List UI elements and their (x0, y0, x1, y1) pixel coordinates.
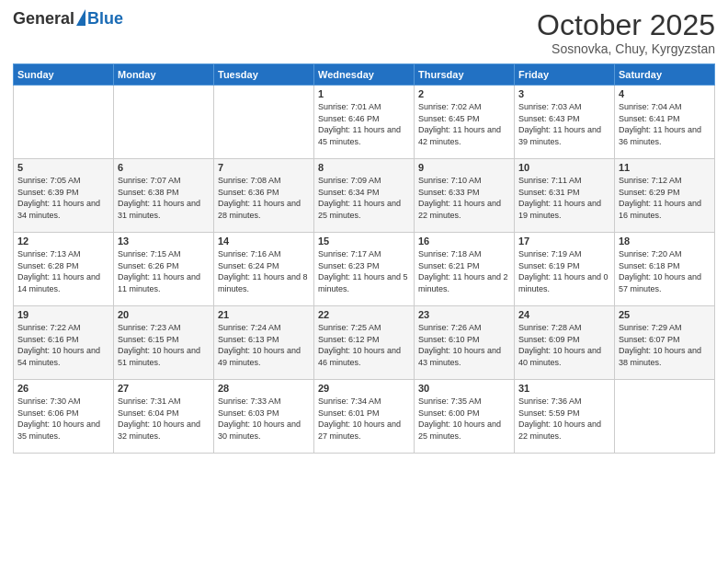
day-number: 23 (418, 309, 510, 320)
day-info: Sunrise: 7:33 AMSunset: 6:03 PMDaylight:… (218, 396, 310, 442)
day-info: Sunrise: 7:05 AMSunset: 6:39 PMDaylight:… (17, 175, 109, 221)
day-info: Sunrise: 7:36 AMSunset: 5:59 PMDaylight:… (518, 396, 610, 442)
calendar-cell: 13Sunrise: 7:15 AMSunset: 6:26 PMDayligh… (114, 233, 214, 306)
day-number: 9 (418, 162, 510, 173)
calendar-cell: 10Sunrise: 7:11 AMSunset: 6:31 PMDayligh… (515, 159, 615, 233)
calendar-cell: 11Sunrise: 7:12 AMSunset: 6:29 PMDayligh… (615, 159, 715, 233)
weekday-header-monday: Monday (114, 64, 214, 86)
calendar-cell: 30Sunrise: 7:35 AMSunset: 6:00 PMDayligh… (415, 380, 515, 454)
day-info: Sunrise: 7:35 AMSunset: 6:00 PMDaylight:… (418, 396, 510, 442)
day-info: Sunrise: 7:04 AMSunset: 6:41 PMDaylight:… (619, 101, 711, 147)
day-number: 26 (17, 383, 109, 394)
day-number: 31 (518, 383, 610, 394)
weekday-header-tuesday: Tuesday (214, 64, 314, 86)
day-info: Sunrise: 7:12 AMSunset: 6:29 PMDaylight:… (619, 175, 711, 221)
calendar-week-row: 5Sunrise: 7:05 AMSunset: 6:39 PMDaylight… (14, 159, 715, 233)
day-number: 13 (118, 236, 210, 247)
day-number: 16 (418, 236, 510, 247)
calendar-cell: 17Sunrise: 7:19 AMSunset: 6:19 PMDayligh… (515, 233, 615, 306)
weekday-header-saturday: Saturday (615, 64, 715, 86)
day-number: 15 (318, 236, 410, 247)
calendar-cell: 19Sunrise: 7:22 AMSunset: 6:16 PMDayligh… (14, 306, 114, 380)
calendar-cell (14, 86, 114, 159)
day-info: Sunrise: 7:02 AMSunset: 6:45 PMDaylight:… (418, 101, 510, 147)
day-info: Sunrise: 7:23 AMSunset: 6:15 PMDaylight:… (118, 322, 210, 368)
day-number: 21 (218, 309, 310, 320)
header: General Blue October 2025 Sosnovka, Chuy… (13, 9, 715, 56)
day-number: 25 (619, 309, 711, 320)
calendar-cell: 6Sunrise: 7:07 AMSunset: 6:38 PMDaylight… (114, 159, 214, 233)
day-info: Sunrise: 7:18 AMSunset: 6:21 PMDaylight:… (418, 248, 510, 294)
calendar-cell: 12Sunrise: 7:13 AMSunset: 6:28 PMDayligh… (14, 233, 114, 306)
calendar-cell: 31Sunrise: 7:36 AMSunset: 5:59 PMDayligh… (515, 380, 615, 454)
day-info: Sunrise: 7:15 AMSunset: 6:26 PMDaylight:… (118, 248, 210, 294)
day-info: Sunrise: 7:25 AMSunset: 6:12 PMDaylight:… (318, 322, 410, 368)
calendar-cell: 1Sunrise: 7:01 AMSunset: 6:46 PMDaylight… (314, 86, 415, 159)
calendar-cell: 20Sunrise: 7:23 AMSunset: 6:15 PMDayligh… (114, 306, 214, 380)
calendar-cell: 18Sunrise: 7:20 AMSunset: 6:18 PMDayligh… (615, 233, 715, 306)
day-number: 8 (318, 162, 410, 173)
day-number: 17 (518, 236, 610, 247)
day-info: Sunrise: 7:19 AMSunset: 6:19 PMDaylight:… (518, 248, 610, 294)
day-info: Sunrise: 7:24 AMSunset: 6:13 PMDaylight:… (218, 322, 310, 368)
weekday-header-sunday: Sunday (14, 64, 114, 86)
day-number: 6 (118, 162, 210, 173)
calendar-cell: 25Sunrise: 7:29 AMSunset: 6:07 PMDayligh… (615, 306, 715, 380)
calendar-cell: 21Sunrise: 7:24 AMSunset: 6:13 PMDayligh… (214, 306, 314, 380)
day-info: Sunrise: 7:20 AMSunset: 6:18 PMDaylight:… (619, 248, 711, 294)
calendar-cell (214, 86, 314, 159)
calendar-cell: 14Sunrise: 7:16 AMSunset: 6:24 PMDayligh… (214, 233, 314, 306)
weekday-header-friday: Friday (515, 64, 615, 86)
calendar-cell: 5Sunrise: 7:05 AMSunset: 6:39 PMDaylight… (14, 159, 114, 233)
day-info: Sunrise: 7:31 AMSunset: 6:04 PMDaylight:… (118, 396, 210, 442)
calendar-cell (114, 86, 214, 159)
calendar-cell: 4Sunrise: 7:04 AMSunset: 6:41 PMDaylight… (615, 86, 715, 159)
calendar-cell: 9Sunrise: 7:10 AMSunset: 6:33 PMDaylight… (415, 159, 515, 233)
calendar-cell: 2Sunrise: 7:02 AMSunset: 6:45 PMDaylight… (415, 86, 515, 159)
calendar-week-row: 1Sunrise: 7:01 AMSunset: 6:46 PMDaylight… (14, 86, 715, 159)
calendar-page: General Blue October 2025 Sosnovka, Chuy… (0, 0, 728, 563)
calendar-cell: 15Sunrise: 7:17 AMSunset: 6:23 PMDayligh… (314, 233, 415, 306)
logo-blue-text: Blue (87, 9, 123, 29)
header-right: October 2025 Sosnovka, Chuy, Kyrgyzstan (537, 9, 715, 56)
day-number: 12 (17, 236, 109, 247)
calendar-week-row: 19Sunrise: 7:22 AMSunset: 6:16 PMDayligh… (14, 306, 715, 380)
day-number: 22 (318, 309, 410, 320)
day-info: Sunrise: 7:30 AMSunset: 6:06 PMDaylight:… (17, 396, 109, 442)
calendar-cell: 29Sunrise: 7:34 AMSunset: 6:01 PMDayligh… (314, 380, 415, 454)
day-info: Sunrise: 7:10 AMSunset: 6:33 PMDaylight:… (418, 175, 510, 221)
calendar-cell: 24Sunrise: 7:28 AMSunset: 6:09 PMDayligh… (515, 306, 615, 380)
day-number: 20 (118, 309, 210, 320)
day-number: 28 (218, 383, 310, 394)
day-number: 29 (318, 383, 410, 394)
day-number: 5 (17, 162, 109, 173)
day-number: 7 (218, 162, 310, 173)
calendar-cell: 23Sunrise: 7:26 AMSunset: 6:10 PMDayligh… (415, 306, 515, 380)
day-number: 14 (218, 236, 310, 247)
day-info: Sunrise: 7:11 AMSunset: 6:31 PMDaylight:… (518, 175, 610, 221)
weekday-header-thursday: Thursday (415, 64, 515, 86)
day-number: 4 (619, 88, 711, 99)
day-number: 30 (418, 383, 510, 394)
day-info: Sunrise: 7:07 AMSunset: 6:38 PMDaylight:… (118, 175, 210, 221)
calendar-cell: 28Sunrise: 7:33 AMSunset: 6:03 PMDayligh… (214, 380, 314, 454)
day-number: 27 (118, 383, 210, 394)
day-info: Sunrise: 7:13 AMSunset: 6:28 PMDaylight:… (17, 248, 109, 294)
day-info: Sunrise: 7:01 AMSunset: 6:46 PMDaylight:… (318, 101, 410, 147)
day-info: Sunrise: 7:17 AMSunset: 6:23 PMDaylight:… (318, 248, 410, 294)
calendar-cell: 3Sunrise: 7:03 AMSunset: 6:43 PMDaylight… (515, 86, 615, 159)
day-number: 3 (518, 88, 610, 99)
day-info: Sunrise: 7:09 AMSunset: 6:34 PMDaylight:… (318, 175, 410, 221)
day-number: 18 (619, 236, 711, 247)
logo-triangle-icon (76, 9, 85, 26)
calendar-cell: 22Sunrise: 7:25 AMSunset: 6:12 PMDayligh… (314, 306, 415, 380)
calendar-cell: 8Sunrise: 7:09 AMSunset: 6:34 PMDaylight… (314, 159, 415, 233)
day-number: 2 (418, 88, 510, 99)
calendar-cell: 26Sunrise: 7:30 AMSunset: 6:06 PMDayligh… (14, 380, 114, 454)
logo-general-text: General (13, 9, 74, 29)
weekday-header-row: SundayMondayTuesdayWednesdayThursdayFrid… (14, 64, 715, 86)
calendar-cell: 7Sunrise: 7:08 AMSunset: 6:36 PMDaylight… (214, 159, 314, 233)
calendar-table: SundayMondayTuesdayWednesdayThursdayFrid… (13, 63, 715, 454)
day-number: 24 (518, 309, 610, 320)
day-number: 10 (518, 162, 610, 173)
